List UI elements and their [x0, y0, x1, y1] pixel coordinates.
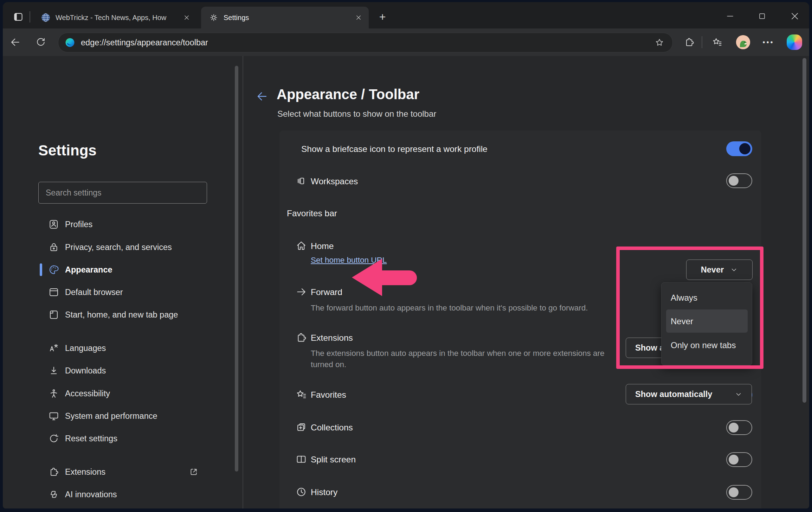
- download-icon: [48, 365, 59, 376]
- forward-row-label: Forward: [311, 287, 342, 297]
- toggle-knob: [729, 455, 739, 465]
- sidebar-item-profiles[interactable]: Profiles: [38, 213, 207, 236]
- url-text[interactable]: edge://settings/appearance/toolbar: [81, 38, 654, 47]
- menu-option-only-new-tabs[interactable]: Only on new tabs: [671, 340, 736, 351]
- favorite-star-icon[interactable]: [654, 37, 665, 48]
- sidebar-item-extensions[interactable]: Extensions: [38, 461, 207, 483]
- workspaces-toggle[interactable]: [726, 173, 752, 188]
- sidebar-item-label: Extensions: [65, 467, 105, 477]
- menu-option-always[interactable]: Always: [671, 293, 697, 303]
- chevron-down-icon: [735, 390, 742, 398]
- page-subtitle: Select what buttons to show on the toolb…: [277, 109, 436, 119]
- extensions-button[interactable]: [682, 34, 697, 50]
- tab-settings[interactable]: Settings: [201, 7, 369, 28]
- profiles-icon: [48, 219, 59, 230]
- lock-icon: [48, 242, 59, 253]
- reset-icon: [48, 433, 59, 444]
- collections-toggle[interactable]: [726, 420, 752, 435]
- back-button[interactable]: [7, 34, 23, 50]
- gear-icon: [209, 13, 219, 23]
- sidebar-item-privacy[interactable]: Privacy, search, and services: [38, 236, 207, 258]
- sidebar-item-label: Default browser: [65, 288, 123, 297]
- split-screen-toggle[interactable]: [726, 452, 752, 467]
- sidebar-item-downloads[interactable]: Downloads: [38, 359, 207, 382]
- browser-window: WebTrickz - Tech News, Apps, How Setting…: [3, 2, 809, 508]
- sidebar-item-appearance[interactable]: Appearance: [38, 258, 207, 281]
- sidebar-item-label: Start, home, and new tab page: [65, 310, 178, 320]
- extensions-dropdown-button[interactable]: Show automatically: [626, 384, 752, 404]
- search-input[interactable]: [39, 182, 207, 203]
- profile-avatar[interactable]: [736, 35, 750, 49]
- sidebar-item-label: Appearance: [65, 265, 112, 275]
- more-menu-button[interactable]: •••: [759, 34, 778, 50]
- sidebar-item-ai-innovations[interactable]: AI innovations: [38, 483, 207, 506]
- refresh-icon: [35, 37, 46, 48]
- toggle-knob: [729, 176, 739, 186]
- sidebar-item-languages[interactable]: Languages: [38, 337, 207, 359]
- settings-back-button[interactable]: [254, 89, 270, 104]
- history-toggle[interactable]: [726, 485, 752, 500]
- tab-webtrickz[interactable]: WebTrickz - Tech News, Apps, How: [33, 7, 197, 28]
- tab-close-icon[interactable]: [353, 12, 364, 23]
- sidebar-scrollbar[interactable]: [235, 66, 238, 472]
- forward-row-description: The forward button auto appears in the t…: [311, 302, 588, 314]
- close-button[interactable]: [784, 8, 806, 24]
- new-tab-page-icon: [48, 309, 59, 320]
- copilot-icon[interactable]: [787, 34, 802, 50]
- annotation-arrow-body: [381, 270, 417, 285]
- tab-strip: WebTrickz - Tech News, Apps, How Setting…: [3, 2, 809, 28]
- edge-logo-icon: [65, 37, 75, 48]
- favorites-bar-dropdown-button[interactable]: Never: [686, 260, 753, 280]
- tab-title: WebTrickz - Tech News, Apps, How: [56, 14, 179, 22]
- sidebar-item-label: Accessibility: [65, 389, 110, 398]
- menu-option-never[interactable]: Never: [671, 316, 693, 327]
- toggle-knob: [739, 143, 750, 154]
- sidebar-item-accessibility[interactable]: Accessibility: [38, 382, 207, 405]
- dino-avatar-icon: [736, 35, 750, 49]
- globe-icon: [41, 13, 51, 23]
- tab-title: Settings: [224, 14, 350, 22]
- sidebar-item-label: Reset settings: [65, 434, 117, 443]
- address-bar[interactable]: edge://settings/appearance/toolbar: [58, 33, 673, 52]
- favorites-bar-row-label: Favorites bar: [287, 208, 337, 219]
- split-screen-row-label: Split screen: [311, 454, 356, 465]
- extensions-row-description: The extensions button auto appears in th…: [311, 348, 627, 370]
- settings-search[interactable]: [38, 182, 207, 204]
- dropdown-value: Show automatically: [635, 390, 712, 399]
- sidebar-item-start-home[interactable]: Start, home, and new tab page: [38, 303, 207, 326]
- forward-arrow-icon: [295, 286, 307, 298]
- page-scrollbar[interactable]: [803, 58, 806, 403]
- monitor-icon: [48, 410, 59, 422]
- favorites-list-button[interactable]: [709, 34, 725, 50]
- sidebar-item-label: Privacy, search, and services: [65, 243, 172, 252]
- maximize-button[interactable]: [751, 8, 773, 24]
- ai-icon: [48, 489, 59, 500]
- tab-close-icon[interactable]: [181, 12, 192, 23]
- workspaces-row-label: Workspaces: [311, 176, 358, 187]
- workspaces-icon: [295, 175, 307, 187]
- extensions-row-icon: [295, 332, 307, 344]
- settings-page: Settings Profiles Privacy, search, and s…: [3, 56, 809, 508]
- back-arrow-icon: [255, 90, 269, 103]
- sidebar-item-about[interactable]: About Microsoft Edge: [38, 506, 207, 508]
- external-link-icon: [189, 467, 199, 477]
- tab-actions-button[interactable]: [11, 9, 26, 25]
- collections-icon: [295, 421, 307, 433]
- minimize-button[interactable]: [719, 8, 741, 24]
- refresh-button[interactable]: [33, 34, 49, 50]
- favorites-row-icon: [295, 389, 307, 401]
- tab-actions-icon: [12, 11, 24, 23]
- history-row-label: History: [311, 487, 337, 498]
- browser-window-frame: WebTrickz - Tech News, Apps, How Setting…: [0, 0, 812, 512]
- sidebar-divider: [243, 56, 243, 508]
- favorites-row-label: Favorites: [311, 390, 346, 400]
- tab-separator: [30, 11, 30, 23]
- briefcase-toggle[interactable]: [726, 141, 752, 156]
- sidebar-item-default-browser[interactable]: Default browser: [38, 281, 207, 303]
- browser-window-icon: [48, 287, 59, 298]
- sidebar-title: Settings: [38, 142, 97, 159]
- sidebar-item-label: AI innovations: [65, 490, 117, 499]
- sidebar-item-system[interactable]: System and performance: [38, 405, 207, 427]
- sidebar-item-reset[interactable]: Reset settings: [38, 427, 207, 450]
- new-tab-button[interactable]: +: [375, 10, 389, 24]
